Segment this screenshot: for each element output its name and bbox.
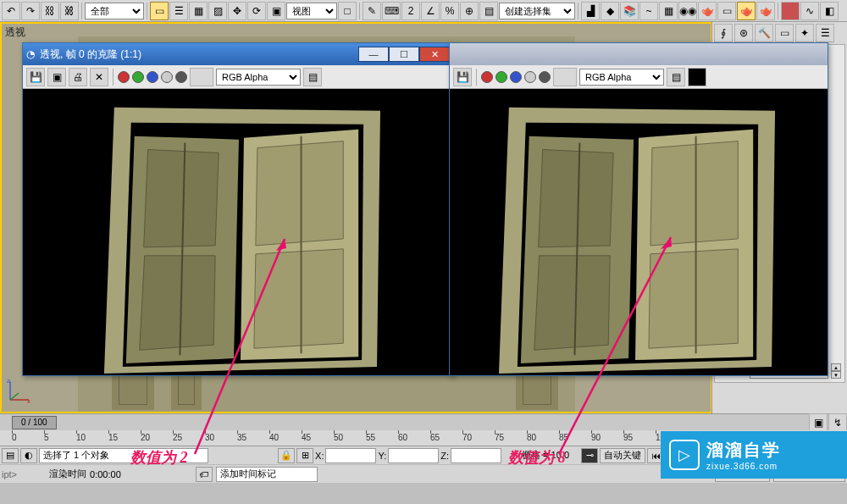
toggle-overlay-icon[interactable]: ▤ (667, 68, 685, 86)
time-slider-thumb[interactable]: 0 / 100 (12, 416, 57, 429)
black-swatch-icon[interactable] (688, 68, 706, 86)
curve-editor-icon[interactable]: ~ (639, 2, 658, 20)
save-image-icon[interactable]: 💾 (26, 68, 45, 86)
auto-key-button[interactable]: 自动关键 (600, 448, 645, 463)
render-window-title: 透视, 帧 0 的克隆 (1:1) (40, 47, 141, 62)
add-time-tag-field[interactable]: 添加时间标记 (216, 467, 318, 482)
snap-2d-icon[interactable]: 2 (401, 2, 420, 20)
render-button[interactable]: 🫖 (737, 2, 756, 20)
ruler-tick: 75 (495, 433, 504, 442)
manipulate-icon[interactable]: ✎ (363, 2, 381, 20)
scale-tool[interactable]: ▣ (267, 2, 285, 20)
svg-marker-12 (256, 141, 343, 246)
toggle-overlay-icon[interactable]: ▤ (303, 68, 322, 86)
select-tool[interactable]: ▭ (150, 2, 169, 20)
named-selection-combo[interactable]: 创建选择集 (499, 3, 575, 19)
select-name-button[interactable]: ☰ (169, 2, 188, 20)
width2-spinner-buttons[interactable]: ▲▼ (831, 363, 841, 379)
rp-satellite-icon[interactable]: ⊛ (734, 24, 753, 42)
mono-channel-icon[interactable] (539, 71, 551, 83)
rp-more-icon[interactable]: ☰ (816, 24, 834, 42)
save-image-icon[interactable]: 💾 (453, 68, 472, 86)
red-icon[interactable] (781, 2, 800, 20)
rp-display-icon[interactable]: ▭ (775, 24, 794, 42)
mono-channel-icon[interactable] (175, 71, 187, 83)
close-button[interactable]: ✕ (419, 47, 450, 62)
ruler-tick: 15 (108, 433, 118, 442)
move-tool[interactable]: ✥ (228, 2, 246, 20)
alpha-channel-icon[interactable] (161, 71, 173, 83)
time-slider-track[interactable]: 0 / 100 ▣ ↯ (0, 413, 847, 430)
print-icon[interactable]: 🖨 (69, 68, 87, 86)
ruler-tick: 45 (302, 433, 311, 442)
track-zoom-icon[interactable]: ▣ (809, 413, 828, 432)
minimize-button[interactable]: — (358, 47, 389, 62)
maximize-button[interactable]: ☐ (389, 47, 419, 62)
clone-icon[interactable]: ▣ (47, 68, 66, 86)
ruler-tick: 95 (623, 433, 633, 442)
undo-button[interactable]: ↶ (2, 2, 20, 20)
alpha-channel-icon[interactable] (524, 71, 536, 83)
clear-icon[interactable]: ✕ (90, 68, 108, 86)
small-tool-icon-2[interactable]: ◧ (820, 2, 839, 20)
mini-listener-icon[interactable]: ▤ (2, 448, 19, 463)
render-titlebar[interactable]: ◔ 透视, 帧 0 的克隆 (1:1) — ☐ ✕ (23, 43, 453, 65)
keyboard-icon[interactable]: ⌨ (382, 2, 401, 20)
percent-snap-icon[interactable]: % (440, 2, 459, 20)
green-channel-icon[interactable] (495, 71, 507, 83)
align-button[interactable]: ◆ (601, 2, 619, 20)
svg-marker-13 (254, 249, 343, 348)
region-rect-icon[interactable]: ▦ (189, 2, 208, 20)
rp-ribbon-icon[interactable]: ∮ (714, 24, 733, 42)
rotate-tool[interactable]: ⟳ (247, 2, 266, 20)
red-channel-icon[interactable] (481, 71, 493, 83)
render-titlebar[interactable] (450, 43, 828, 65)
use-center-icon[interactable]: □ (338, 2, 357, 20)
render-window-left[interactable]: ◔ 透视, 帧 0 的克隆 (1:1) — ☐ ✕ 💾 ▣ 🖨 ✕ RGB Al… (22, 42, 454, 376)
blue-channel-icon[interactable] (147, 71, 158, 83)
render-time-value: 0:00:00 (90, 469, 121, 479)
swatch-gray-icon[interactable] (553, 68, 577, 86)
x-coord-field[interactable] (325, 448, 376, 463)
green-channel-icon[interactable] (132, 71, 144, 83)
spinner-snap-icon[interactable]: ⊕ (460, 2, 479, 20)
link-button[interactable]: ⛓ (41, 2, 59, 20)
layers-button[interactable]: 📚 (620, 2, 639, 20)
track-key-icon[interactable]: ↯ (828, 413, 847, 432)
red-channel-icon[interactable] (118, 71, 130, 83)
y-coord-field[interactable] (388, 448, 439, 463)
ruler-tick: 20 (141, 433, 150, 442)
mirror-button[interactable]: ▟ (581, 2, 600, 20)
small-tool-icon[interactable]: ∿ (800, 2, 819, 20)
lock-selection-icon[interactable]: 🔒 (278, 448, 295, 463)
watermark-banner: ▷ 溜溜自学 zixue.3d66.com (661, 431, 847, 479)
blue-channel-icon[interactable] (510, 71, 522, 83)
render-window-right[interactable]: 💾 RGB Alpha ▤ (449, 42, 828, 376)
render-frame (450, 89, 828, 375)
unlink-button[interactable]: ⛓̸ (60, 2, 79, 20)
toggle-icon[interactable]: ◐ (20, 448, 37, 463)
angle-snap-icon[interactable]: ∠ (421, 2, 440, 20)
rendered-door-scene (450, 89, 828, 375)
edit-named-sel-icon[interactable]: ▤ (479, 2, 498, 20)
rp-utility-icon[interactable]: ✦ (795, 24, 814, 42)
transform-typein-mode-icon[interactable]: ⊞ (296, 448, 313, 463)
render-setup-icon[interactable]: 🫖 (698, 2, 717, 20)
material-editor-icon[interactable]: ◉◉ (678, 2, 697, 20)
rp-hammer-icon[interactable]: 🔨 (755, 24, 773, 42)
schematic-icon[interactable]: ▦ (659, 2, 678, 20)
channel-selector[interactable]: RGB Alpha (579, 69, 664, 86)
selection-filter-combo[interactable]: 全部 (85, 3, 144, 19)
z-coord-field[interactable] (451, 448, 501, 463)
quick-render-icon[interactable]: 🫖 (756, 2, 775, 20)
key-small-icon[interactable]: ⊸ (581, 448, 598, 463)
redo-button[interactable]: ↷ (21, 2, 40, 20)
window-crossing-icon[interactable]: ▨ (208, 2, 227, 20)
svg-marker-22 (650, 141, 738, 246)
render-frame-window-icon[interactable]: ▭ (717, 2, 736, 20)
channel-selector[interactable]: RGB Alpha (216, 69, 301, 86)
rendered-door-scene (23, 89, 453, 375)
swatch-gray-icon[interactable] (190, 68, 213, 86)
time-tag-icon[interactable]: 🏷 (196, 467, 213, 482)
ref-coord-combo[interactable]: 视图 (286, 3, 337, 19)
